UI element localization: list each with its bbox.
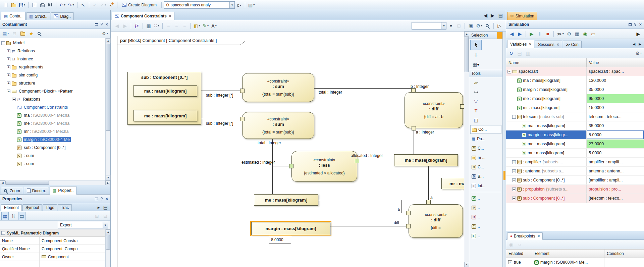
nav-back-button[interactable]: ◀: [113, 22, 121, 30]
float-panel-icon[interactable]: [95, 198, 98, 200]
tab-scroll-left-icon[interactable]: ◀: [482, 13, 489, 20]
scroll-up-icon[interactable]: ▲: [106, 229, 110, 234]
sub-ma-part[interactable]: ma : mass[kilogram]: [133, 85, 197, 97]
diff-bottom-a-port[interactable]: [426, 200, 431, 204]
format-painter-button[interactable]: [108, 1, 115, 9]
pin-panel-icon[interactable]: [101, 197, 103, 199]
tree-item[interactable]: +Vma : ISO80000-4 Mecha: [0, 111, 105, 119]
tree-item[interactable]: −Model: [0, 39, 105, 47]
palette-item-0[interactable]: Co...: [470, 125, 501, 134]
variables-row[interactable]: +Vme : mass[kilogram]27.0000: [506, 140, 644, 149]
section-collapse-icon[interactable]: −: [1, 231, 5, 235]
variables-row[interactable]: −Ptelecom {subsets sub}telecom : teleco.…: [506, 112, 644, 121]
properties-tab-3[interactable]: Trac: [58, 204, 72, 211]
bottom-tab-1[interactable]: Docum.: [24, 187, 49, 194]
tree-item[interactable]: +C: sum: [0, 152, 105, 160]
start-button[interactable]: ▶: [635, 30, 642, 38]
properties-tab-0[interactable]: Element: [1, 204, 22, 211]
smart-manipulation-button[interactable]: ↖: [79, 1, 87, 9]
bottom-tab-0[interactable]: Zoom: [1, 187, 23, 194]
palette-item-3[interactable]: mm ...: [470, 153, 501, 162]
variables-row[interactable]: +Vme : mass[kilogram]95.0000: [506, 94, 644, 103]
close-tab-icon[interactable]: ×: [537, 234, 540, 238]
tab-scroll-right-icon[interactable]: ▶: [489, 13, 496, 20]
save-button[interactable]: ▾: [18, 1, 26, 9]
expand-properties-button[interactable]: ⊞: [93, 212, 101, 220]
scroll-up-icon[interactable]: ▲: [106, 38, 111, 43]
tree-item[interactable]: +C: sum: [0, 160, 105, 168]
tree-item[interactable]: +sim config: [0, 71, 105, 79]
column-header-element[interactable]: Element: [532, 250, 604, 258]
favorites-button[interactable]: ★: [28, 30, 35, 38]
animation-prev-button[interactable]: ◀: [508, 30, 516, 38]
palette-item-4[interactable]: CC...: [470, 163, 501, 171]
export-button[interactable]: ▤: [516, 49, 523, 57]
sticky-selection-button[interactable]: ✛: [470, 51, 482, 59]
palette-extra-item-2[interactable]: R..: [470, 213, 501, 221]
column-header-value[interactable]: Value: [587, 58, 644, 67]
swimlane-tool-button[interactable]: ◫: [470, 116, 482, 124]
print-preview-button[interactable]: [31, 1, 38, 9]
palette-extra-item-4[interactable]: F..: [470, 231, 501, 240]
tree-vertical-scrollbar[interactable]: ▲ ▼: [105, 38, 110, 180]
expression-editor-button[interactable]: fx: [133, 22, 141, 30]
tree-item[interactable]: +Vmr : ISO80000-4 Mecha: [0, 127, 105, 136]
redo-button[interactable]: ↷▾: [67, 1, 75, 9]
categorized-view-button[interactable]: ▦: [1, 212, 9, 220]
watch-table-button[interactable]: ▦: [574, 30, 581, 38]
row-expander[interactable]: +: [512, 188, 516, 191]
scroll-up-icon[interactable]: ▲: [464, 32, 469, 37]
column-header-enabled[interactable]: Enabled: [506, 250, 532, 258]
diagram-tab[interactable]: Component Constraints ×: [112, 12, 174, 20]
breakpoint-row[interactable]: ✓trueVmargin : ISO80000-4 Me...: [506, 258, 644, 267]
less-constraint[interactable]: «constraint» : less {estimated < allocat…: [291, 151, 357, 182]
sum1-constraint[interactable]: «constraint» : sum {total = sum(sub)}: [242, 73, 314, 102]
property-row[interactable]: Qualified NameComponent::Compo: [0, 245, 105, 253]
chevron-down-icon[interactable]: ▾: [103, 222, 108, 228]
row-expander[interactable]: +: [512, 169, 516, 173]
row-expander[interactable]: +: [512, 197, 516, 200]
scrollbar-thumb[interactable]: [5, 181, 49, 185]
simulation-settings-button[interactable]: ⚙: [566, 30, 573, 38]
nav-forward-button[interactable]: ▶: [121, 22, 129, 30]
sum2-sub-port[interactable]: [240, 117, 245, 121]
line-color-button[interactable]: ✎▾: [202, 22, 210, 30]
tree-horizontal-scrollbar[interactable]: ◀ ▶: [0, 180, 110, 185]
validate-config-button[interactable]: ✓▾: [99, 1, 107, 9]
less-allocated-port[interactable]: [355, 159, 359, 163]
grid-toggle-button[interactable]: ⊡: [455, 22, 463, 30]
sub-me-part[interactable]: me : mass[kilogram]: [133, 110, 197, 121]
diagram-options-button[interactable]: ⚙▾: [475, 22, 483, 30]
properties-section-header[interactable]: − SysML Parametric Diagram: [0, 229, 105, 237]
text-tool-button[interactable]: T: [470, 106, 482, 115]
properties-tab-2[interactable]: Tags: [43, 204, 57, 211]
variables-row[interactable]: +Psub : Component [0..*][telecom : telec…: [506, 194, 644, 203]
close-tab-icon[interactable]: ×: [557, 42, 559, 47]
diff-top-constraint[interactable]: «constraint» : diff {diff = a - b: [405, 92, 463, 128]
simulation-config-combo[interactable]: ⚙spacecraft mass analy▾: [164, 1, 235, 9]
breakpoint-add-button[interactable]: ◉: [507, 241, 515, 249]
palette-item-6[interactable]: IInt...: [470, 181, 501, 190]
connector-me-b-v[interactable]: [401, 200, 401, 213]
connector-ma-a[interactable]: [428, 166, 429, 202]
open-element-button[interactable]: [19, 30, 26, 38]
connector-a-ma[interactable]: [414, 130, 414, 154]
tab-list-icon[interactable]: ▤: [102, 205, 109, 211]
diff-bottom-constraint[interactable]: «constraint» : diff {diff =: [409, 204, 463, 238]
margin-value-box[interactable]: 8.0000: [269, 236, 291, 244]
execute-button[interactable]: ▷: [496, 22, 503, 30]
undo-button[interactable]: ↶▾: [58, 1, 66, 9]
variables-row[interactable]: +P: amplifier {subsets ...amplifier : am…: [506, 158, 644, 167]
tab-list-icon[interactable]: ▤: [496, 13, 505, 20]
me-part[interactable]: me : mass[kilogram]: [254, 194, 318, 206]
margin-part-selected[interactable]: margin : mass[kilogram]: [251, 222, 330, 235]
font-color-button[interactable]: A▾: [210, 22, 218, 30]
mr-part[interactable]: mr : ma: [441, 178, 464, 189]
filter-tool-button[interactable]: ▽: [470, 97, 482, 106]
tree-expander[interactable]: +: [7, 49, 10, 53]
sum2-constraint[interactable]: «constraint» : sum {total = sum(sub)}: [242, 112, 314, 139]
properties-tab-1[interactable]: Symbol: [22, 204, 42, 211]
close-panel-icon[interactable]: ×: [105, 22, 108, 26]
sum1-sub-port[interactable]: [240, 89, 245, 93]
panel-splitter[interactable]: [502, 32, 506, 267]
